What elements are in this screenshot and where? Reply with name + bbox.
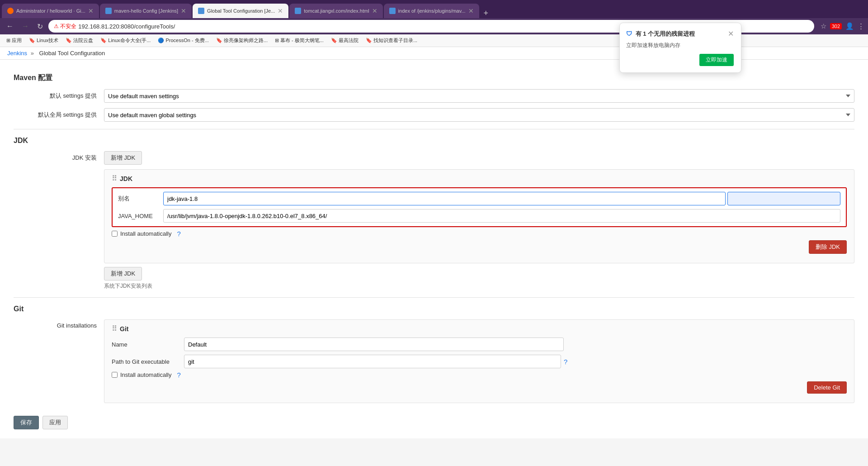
javahome-label: JAVA_HOME [118,213,163,219]
tab-5[interactable]: index of /jenkins/plugins/mav... ✕ [384,4,479,18]
tab-3-close[interactable]: ✕ [278,8,283,14]
jdk-subsection: ⠿ JDK 别名 [104,169,854,263]
git-name-field [184,338,847,351]
tab-1-icon [7,8,14,14]
popup-close-button[interactable]: ✕ [728,29,734,38]
git-installations-row: Git installations ⠿ Git Name [14,319,854,407]
git-installations-control: ⠿ Git Name Path to Git executable [104,319,854,407]
tab-3-icon [198,8,204,14]
tab-3[interactable]: Global Tool Configuration [Je... ✕ [193,4,288,18]
default-global-settings-label: 默认全局 settings 提供 [14,108,104,119]
breadcrumb-separator: » [31,50,34,57]
notification-popup: 🛡 有 1 个无用的残留进程 ✕ 立即加速释放电脑内存 立即加速 [619,23,741,73]
alias-input[interactable] [163,192,726,205]
tab-2-label: maven-hello Config [Jenkins] [114,8,178,14]
bookmark-xu[interactable]: 🔖 徐亮像架构师之路... [213,36,270,45]
add-jdk-button-2[interactable]: 新增 JDK [104,267,142,281]
tab-5-close[interactable]: ✕ [468,8,474,14]
jdk-install-auto-checkbox[interactable] [112,231,118,237]
git-path-row: Path to Git executable ? [112,355,847,368]
bookmark-more[interactable]: 🔖 找知识查看子目录... [363,36,420,45]
default-settings-label: 默认 settings 提供 [14,89,104,100]
git-subsection: ⠿ Git Name Path to Git executable [104,319,854,403]
bookmark-apps[interactable]: ⊞ 应用 [4,36,24,45]
browser-toolbar-icons: ☆ 302 👤 ⋮ [821,22,864,30]
bottom-actions: 保存 应用 [14,416,854,429]
tab-1[interactable]: Administrator / helloworld · Gi... ✕ [2,4,99,18]
bookmark-linux-cmd[interactable]: 🔖 Linux命令大全(手... [98,36,153,45]
delete-git-button[interactable]: Delete Git [807,381,847,394]
alias-field [163,192,726,205]
git-drag-handle: ⠿ [112,324,117,333]
jdk-highlighted-box: 别名 JAVA_HOME [112,187,847,227]
jdk-install-control: 新增 JDK ⠿ JDK 别名 [104,151,854,290]
account-icon[interactable]: 👤 [845,22,854,30]
jdk-install-auto-label: Install automatically [120,230,171,237]
new-tab-button[interactable]: + [480,9,492,18]
breadcrumb-root[interactable]: Jenkins [7,50,27,57]
delete-jdk-button[interactable]: 删除 JDK [809,240,847,254]
menu-icon[interactable]: ⋮ [858,22,864,30]
maven-divider [14,129,854,129]
default-global-settings-control: Use default maven global settings [104,108,854,122]
bookmark-court[interactable]: 🔖 最高法院 [328,36,361,45]
breadcrumb-current: Global Tool Configuration [39,50,105,57]
git-install-auto-checkbox[interactable] [112,372,118,378]
jdk-help-icon[interactable]: ? [177,230,180,238]
javahome-row: JAVA_HOME [118,209,840,223]
jdk-install-row: JDK 安装 新增 JDK ⠿ JDK 别名 [14,151,854,290]
git-install-auto-row: Install automatically ? [112,371,847,379]
default-global-settings-row: 默认全局 settings 提供 Use default maven globa… [14,108,854,122]
default-global-settings-select[interactable]: Use default maven global settings [104,108,854,122]
git-sub-title: ⠿ Git [112,324,847,333]
default-settings-select[interactable]: Use default maven settings [104,89,854,103]
popup-header: 🛡 有 1 个无用的残留进程 ✕ [626,29,734,38]
git-help-icon[interactable]: ? [177,371,180,379]
git-name-input[interactable] [184,338,564,351]
git-path-field: ? [184,355,847,368]
tab-1-label: Administrator / helloworld · Gi... [16,8,85,14]
tab-2[interactable]: maven-hello Config [Jenkins] ✕ [100,4,192,18]
forward-button[interactable]: → [19,21,32,31]
apply-button[interactable]: 应用 [42,416,68,429]
default-settings-control: Use default maven settings [104,89,854,103]
bookmark-mubu[interactable]: ⊞ 幕布 - 极简大纲笔... [272,36,326,45]
git-path-help-icon[interactable]: ? [564,358,567,366]
git-title: Git [14,305,854,313]
tab-4[interactable]: tomcat.jiangxl.com/index.html ✕ [289,4,382,18]
popup-action-button[interactable]: 立即加速 [699,54,734,66]
tab-bar: Administrator / helloworld · Gi... ✕ mav… [0,0,868,18]
alias-label: 别名 [118,195,163,203]
javahome-field [163,209,840,223]
jdk-install-auto-row: Install automatically ? [112,230,847,238]
tab-5-icon [389,8,396,14]
jdk-sub-title: ⠿ JDK [112,174,847,183]
javahome-input[interactable] [163,209,840,223]
reload-button[interactable]: ↻ [34,21,46,32]
tab-5-label: index of /jenkins/plugins/mav... [398,8,466,14]
add-jdk-button-1[interactable]: 新增 JDK [104,151,142,165]
bookmark-linux[interactable]: 🔖 Linux技术 [26,36,61,45]
back-button[interactable]: ← [4,21,16,31]
tab-1-close[interactable]: ✕ [88,8,94,14]
tab-4-close[interactable]: ✕ [372,8,377,14]
jdk-install-label: JDK 安装 [14,151,104,162]
tab-4-icon [295,8,301,14]
jdk-title: JDK [14,137,854,145]
blue-bar-right [727,192,840,205]
git-divider [14,297,854,298]
star-icon[interactable]: ☆ [821,22,826,30]
bookmark-processon[interactable]: 🔵 ProcessOn - 免费... [155,36,211,45]
popup-actions: 立即加速 [626,54,734,66]
tab-2-close[interactable]: ✕ [181,8,186,14]
git-name-label: Name [112,341,184,348]
shield-icon: 🛡 [626,30,632,37]
git-path-input[interactable] [184,355,561,368]
save-button[interactable]: 保存 [14,416,39,429]
git-actions-row: Delete Git [112,381,847,394]
bookmark-cloud[interactable]: 🔖 法院云盘 [63,36,96,45]
system-jdk-text: 系统下JDK安装列表 [104,282,854,290]
git-section: Git Git installations ⠿ Git Name [14,305,854,407]
security-warning: ⚠ 不安全 [54,23,76,30]
git-path-label: Path to Git executable [112,358,184,365]
